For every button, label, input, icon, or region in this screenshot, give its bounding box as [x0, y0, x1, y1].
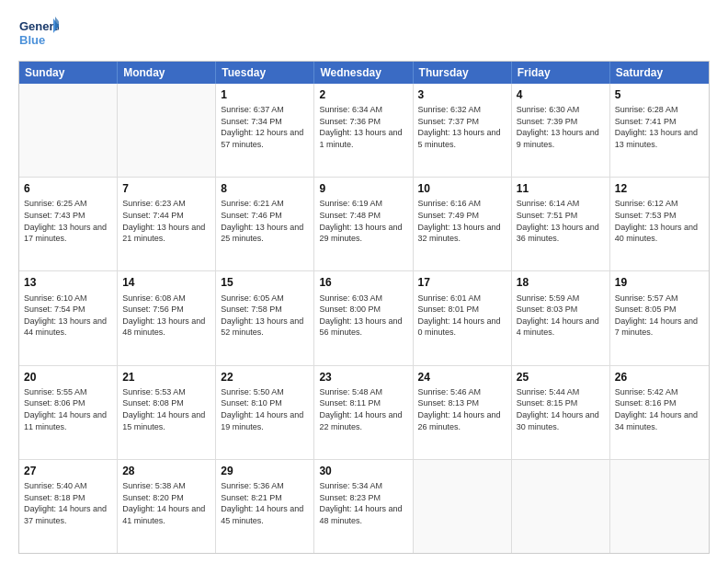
day-cell-23: 23Sunrise: 5:48 AM Sunset: 8:11 PM Dayli… [314, 366, 413, 459]
header-day-tuesday: Tuesday [216, 62, 314, 84]
day-number: 18 [517, 275, 605, 290]
day-number: 16 [319, 275, 407, 290]
day-number: 2 [319, 87, 407, 102]
day-cell-28: 28Sunrise: 5:38 AM Sunset: 8:20 PM Dayli… [118, 460, 216, 553]
day-number: 25 [517, 370, 605, 385]
day-cell-24: 24Sunrise: 5:46 AM Sunset: 8:13 PM Dayli… [414, 366, 512, 459]
day-cell-18: 18Sunrise: 5:59 AM Sunset: 8:03 PM Dayli… [512, 271, 610, 364]
day-info: Sunrise: 6:16 AM Sunset: 7:49 PM Dayligh… [418, 198, 506, 244]
day-cell-15: 15Sunrise: 6:05 AM Sunset: 7:58 PM Dayli… [216, 271, 314, 364]
day-number: 22 [221, 370, 309, 385]
day-number: 21 [122, 370, 210, 385]
svg-text:Blue: Blue [19, 33, 45, 47]
day-info: Sunrise: 5:40 AM Sunset: 8:18 PM Dayligh… [24, 480, 112, 526]
day-cell-20: 20Sunrise: 5:55 AM Sunset: 8:06 PM Dayli… [19, 366, 118, 459]
day-cell-6: 6Sunrise: 6:25 AM Sunset: 7:43 PM Daylig… [19, 178, 118, 270]
day-number: 29 [221, 464, 309, 478]
day-number: 11 [517, 181, 605, 196]
header-day-thursday: Thursday [414, 62, 512, 84]
day-cell-2: 2Sunrise: 6:34 AM Sunset: 7:36 PM Daylig… [314, 84, 413, 177]
day-info: Sunrise: 5:44 AM Sunset: 8:15 PM Dayligh… [517, 386, 605, 432]
day-number: 27 [24, 464, 112, 478]
empty-cell-4-5 [512, 460, 610, 553]
empty-cell-4-6 [610, 460, 709, 553]
calendar-row-3: 20Sunrise: 5:55 AM Sunset: 8:06 PM Dayli… [19, 366, 709, 460]
day-number: 7 [122, 181, 210, 196]
day-number: 13 [24, 275, 112, 290]
header: General Blue [18, 15, 710, 52]
day-info: Sunrise: 6:23 AM Sunset: 7:44 PM Dayligh… [122, 198, 210, 244]
day-info: Sunrise: 6:34 AM Sunset: 7:36 PM Dayligh… [319, 104, 407, 150]
day-info: Sunrise: 5:48 AM Sunset: 8:11 PM Dayligh… [319, 386, 407, 432]
day-number: 17 [418, 275, 506, 290]
day-info: Sunrise: 5:55 AM Sunset: 8:06 PM Dayligh… [24, 386, 112, 432]
day-cell-21: 21Sunrise: 5:53 AM Sunset: 8:08 PM Dayli… [118, 366, 216, 459]
header-day-wednesday: Wednesday [314, 62, 413, 84]
day-number: 23 [319, 370, 407, 385]
day-cell-8: 8Sunrise: 6:21 AM Sunset: 7:46 PM Daylig… [216, 178, 314, 270]
day-info: Sunrise: 5:42 AM Sunset: 8:16 PM Dayligh… [615, 386, 704, 432]
day-number: 19 [615, 275, 704, 290]
day-info: Sunrise: 6:19 AM Sunset: 7:48 PM Dayligh… [319, 198, 407, 244]
day-number: 30 [319, 464, 407, 478]
day-number: 4 [517, 87, 605, 102]
day-cell-14: 14Sunrise: 6:08 AM Sunset: 7:56 PM Dayli… [118, 271, 216, 364]
day-info: Sunrise: 6:21 AM Sunset: 7:46 PM Dayligh… [221, 198, 309, 244]
page: General Blue SundayMondayTuesdayWednesda… [0, 0, 728, 563]
day-cell-25: 25Sunrise: 5:44 AM Sunset: 8:15 PM Dayli… [512, 366, 610, 459]
day-number: 24 [418, 370, 506, 385]
empty-cell-4-4 [414, 460, 512, 553]
day-number: 15 [221, 275, 309, 290]
header-day-friday: Friday [512, 62, 610, 84]
day-info: Sunrise: 6:03 AM Sunset: 8:00 PM Dayligh… [319, 293, 407, 339]
calendar-row-0: 1Sunrise: 6:37 AM Sunset: 7:34 PM Daylig… [19, 84, 709, 178]
day-number: 10 [418, 181, 506, 196]
day-info: Sunrise: 6:05 AM Sunset: 7:58 PM Dayligh… [221, 293, 309, 339]
calendar-row-4: 27Sunrise: 5:40 AM Sunset: 8:18 PM Dayli… [19, 460, 709, 553]
day-number: 1 [221, 87, 309, 102]
header-day-sunday: Sunday [19, 62, 118, 84]
day-number: 28 [122, 464, 210, 478]
day-cell-19: 19Sunrise: 5:57 AM Sunset: 8:05 PM Dayli… [610, 271, 709, 364]
day-info: Sunrise: 5:53 AM Sunset: 8:08 PM Dayligh… [122, 386, 210, 432]
day-cell-17: 17Sunrise: 6:01 AM Sunset: 8:01 PM Dayli… [414, 271, 512, 364]
day-number: 26 [615, 370, 704, 385]
day-number: 14 [122, 275, 210, 290]
logo-svg: General Blue [18, 15, 59, 52]
day-info: Sunrise: 5:34 AM Sunset: 8:23 PM Dayligh… [319, 480, 407, 526]
day-number: 20 [24, 370, 112, 385]
header-day-monday: Monday [118, 62, 216, 84]
day-info: Sunrise: 6:30 AM Sunset: 7:39 PM Dayligh… [517, 104, 605, 150]
day-info: Sunrise: 6:01 AM Sunset: 8:01 PM Dayligh… [418, 293, 506, 339]
empty-cell-0-0 [19, 84, 118, 177]
empty-cell-0-1 [118, 84, 216, 177]
day-cell-12: 12Sunrise: 6:12 AM Sunset: 7:53 PM Dayli… [610, 178, 709, 270]
header-day-saturday: Saturday [610, 62, 709, 84]
svg-text:General: General [19, 19, 59, 33]
day-cell-5: 5Sunrise: 6:28 AM Sunset: 7:41 PM Daylig… [610, 84, 709, 177]
day-info: Sunrise: 6:37 AM Sunset: 7:34 PM Dayligh… [221, 104, 309, 150]
logo: General Blue [18, 15, 59, 52]
day-number: 3 [418, 87, 506, 102]
day-cell-7: 7Sunrise: 6:23 AM Sunset: 7:44 PM Daylig… [118, 178, 216, 270]
day-cell-26: 26Sunrise: 5:42 AM Sunset: 8:16 PM Dayli… [610, 366, 709, 459]
day-info: Sunrise: 5:57 AM Sunset: 8:05 PM Dayligh… [615, 293, 704, 339]
day-info: Sunrise: 6:12 AM Sunset: 7:53 PM Dayligh… [615, 198, 704, 244]
day-info: Sunrise: 5:46 AM Sunset: 8:13 PM Dayligh… [418, 386, 506, 432]
day-number: 8 [221, 181, 309, 196]
day-cell-4: 4Sunrise: 6:30 AM Sunset: 7:39 PM Daylig… [512, 84, 610, 177]
day-info: Sunrise: 6:08 AM Sunset: 7:56 PM Dayligh… [122, 293, 210, 339]
calendar-header: SundayMondayTuesdayWednesdayThursdayFrid… [19, 62, 709, 84]
day-info: Sunrise: 5:36 AM Sunset: 8:21 PM Dayligh… [221, 480, 309, 526]
day-number: 9 [319, 181, 407, 196]
calendar-row-2: 13Sunrise: 6:10 AM Sunset: 7:54 PM Dayli… [19, 271, 709, 365]
day-info: Sunrise: 6:10 AM Sunset: 7:54 PM Dayligh… [24, 293, 112, 339]
day-info: Sunrise: 6:25 AM Sunset: 7:43 PM Dayligh… [24, 198, 112, 244]
calendar-row-1: 6Sunrise: 6:25 AM Sunset: 7:43 PM Daylig… [19, 178, 709, 271]
day-cell-1: 1Sunrise: 6:37 AM Sunset: 7:34 PM Daylig… [216, 84, 314, 177]
calendar: SundayMondayTuesdayWednesdayThursdayFrid… [18, 61, 710, 554]
day-cell-10: 10Sunrise: 6:16 AM Sunset: 7:49 PM Dayli… [414, 178, 512, 270]
day-cell-29: 29Sunrise: 5:36 AM Sunset: 8:21 PM Dayli… [216, 460, 314, 553]
day-cell-3: 3Sunrise: 6:32 AM Sunset: 7:37 PM Daylig… [414, 84, 512, 177]
day-cell-22: 22Sunrise: 5:50 AM Sunset: 8:10 PM Dayli… [216, 366, 314, 459]
